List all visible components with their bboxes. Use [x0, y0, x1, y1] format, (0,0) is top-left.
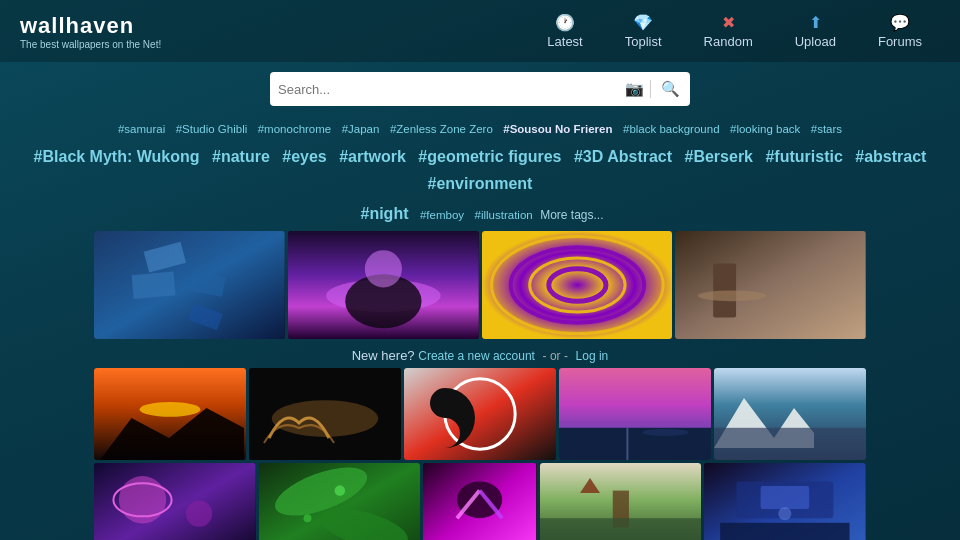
thumb-moon-mushroom[interactable]: [94, 463, 256, 540]
logo[interactable]: wallhaven: [20, 13, 161, 39]
tag-ghibli[interactable]: #Studio Ghibli: [176, 123, 248, 135]
tags-area: #samurai #Studio Ghibli #monochrome #Jap…: [0, 112, 960, 231]
tag-3dabstract[interactable]: #3D Abstract: [574, 148, 672, 165]
thumb-cyber-room[interactable]: [704, 463, 866, 540]
nav: 🕐 Latest 💎 Toplist ✖ Random ⬆ Upload 💬 F…: [529, 7, 940, 55]
thumb-mountain-lake-img: [714, 368, 866, 460]
svg-point-39: [303, 514, 311, 522]
tag-zenless[interactable]: #Zenless Zone Zero: [390, 123, 493, 135]
svg-point-27: [643, 428, 689, 435]
nav-label-toplist: Toplist: [625, 34, 662, 49]
thumb-forest-pagoda[interactable]: [540, 463, 702, 540]
thumb-pink-sunset-img: [559, 368, 711, 460]
thumb-blue-cubes[interactable]: [94, 231, 285, 339]
svg-point-18: [140, 402, 201, 417]
gem-icon: 💎: [633, 13, 653, 32]
thumb-pink-sunset[interactable]: [559, 368, 711, 460]
new-here-bar: New here? Create a new account - or - Lo…: [0, 342, 960, 368]
thumb-samurai-yin-img: [404, 368, 556, 460]
tag-illustration[interactable]: #illustration: [475, 209, 533, 221]
tag-geometric[interactable]: #geometric figures: [418, 148, 561, 165]
upload-icon: ⬆: [809, 13, 822, 32]
clock-icon: 🕐: [555, 13, 575, 32]
svg-rect-25: [559, 428, 711, 460]
or-separator: - or -: [543, 349, 568, 363]
svg-rect-50: [761, 486, 810, 509]
tags-row-large: #Black Myth: Wukong #nature #eyes #artwo…: [20, 143, 940, 197]
header: wallhaven The best wallpapers on the Net…: [0, 0, 960, 62]
tag-looking-back[interactable]: #looking back: [730, 123, 800, 135]
thumb-bear-dark[interactable]: [249, 368, 401, 460]
tag-black-myth[interactable]: #Black Myth: Wukong: [34, 148, 200, 165]
svg-rect-3: [132, 271, 176, 298]
gallery-row-3: [94, 463, 866, 540]
nav-item-upload[interactable]: ⬆ Upload: [777, 7, 854, 55]
search-wrapper: 📷 🔍: [270, 72, 690, 106]
thumb-moon-mushroom-img: [94, 463, 256, 540]
tag-artwork[interactable]: #artwork: [339, 148, 406, 165]
tag-black-bg[interactable]: #black background: [623, 123, 720, 135]
svg-rect-47: [540, 518, 702, 540]
gallery-bottom: [0, 368, 960, 540]
thumb-purple-mountain-img: [288, 231, 479, 339]
random-icon: ✖: [722, 13, 735, 32]
tag-abstract[interactable]: #abstract: [855, 148, 926, 165]
tag-japan[interactable]: #Japan: [342, 123, 380, 135]
thumb-optical[interactable]: [482, 231, 673, 339]
svg-point-8: [365, 250, 402, 287]
nav-item-latest[interactable]: 🕐 Latest: [529, 7, 600, 55]
new-here-label: New here?: [352, 348, 415, 363]
more-tags[interactable]: More tags...: [540, 208, 603, 222]
thumb-neon-girl[interactable]: [423, 463, 536, 540]
search-button[interactable]: 🔍: [651, 80, 690, 98]
search-input[interactable]: [270, 72, 619, 106]
thumb-sunset-rocks-img: [94, 368, 246, 460]
tag-samurai[interactable]: #samurai: [118, 123, 165, 135]
logo-area: wallhaven The best wallpapers on the Net…: [20, 13, 161, 50]
tag-futuristic[interactable]: #futuristic: [765, 148, 842, 165]
svg-point-52: [779, 507, 792, 520]
thumb-green-leaves[interactable]: [259, 463, 421, 540]
login-link[interactable]: Log in: [576, 349, 609, 363]
nav-label-latest: Latest: [547, 34, 582, 49]
svg-rect-30: [714, 428, 866, 460]
thumb-mountain-lake[interactable]: [714, 368, 866, 460]
tag-stars[interactable]: #stars: [811, 123, 842, 135]
tag-night[interactable]: #night: [361, 205, 409, 222]
thumb-samurai-yin[interactable]: [404, 368, 556, 460]
create-account-link[interactable]: Create a new account: [418, 349, 535, 363]
chat-icon: 💬: [890, 13, 910, 32]
thumb-optical-img: [482, 231, 673, 339]
gallery-top: [0, 231, 960, 339]
thumb-green-leaves-img: [259, 463, 421, 540]
thumb-neon-girl-img: [423, 463, 536, 540]
thumb-cyber-room-img: [704, 463, 866, 540]
nav-item-random[interactable]: ✖ Random: [686, 7, 771, 55]
nav-label-random: Random: [704, 34, 753, 49]
tags-row-small: #samurai #Studio Ghibli #monochrome #Jap…: [20, 114, 940, 141]
svg-rect-22: [404, 368, 556, 460]
thumb-woman-chair[interactable]: [675, 231, 866, 339]
camera-icon[interactable]: 📷: [619, 80, 651, 98]
tag-sousou[interactable]: #Sousou No Frieren: [503, 123, 612, 135]
search-area: 📷 🔍: [0, 62, 960, 112]
thumb-sunset-rocks[interactable]: [94, 368, 246, 460]
tag-nature[interactable]: #nature: [212, 148, 270, 165]
svg-point-34: [186, 500, 212, 526]
tags-row-3: #night #femboy #illustration More tags..…: [20, 200, 940, 227]
thumb-blue-cubes-img: [94, 231, 285, 339]
nav-item-toplist[interactable]: 💎 Toplist: [607, 7, 680, 55]
tag-femboy[interactable]: #femboy: [420, 209, 464, 221]
nav-label-forums: Forums: [878, 34, 922, 49]
gallery-row-2: [94, 368, 866, 460]
svg-point-16: [698, 290, 767, 301]
svg-point-38: [334, 485, 345, 496]
thumb-forest-pagoda-img: [540, 463, 702, 540]
nav-item-forums[interactable]: 💬 Forums: [860, 7, 940, 55]
tag-monochrome[interactable]: #monochrome: [258, 123, 332, 135]
thumb-purple-mountain[interactable]: [288, 231, 479, 339]
tag-berserk[interactable]: #Berserk: [685, 148, 754, 165]
tag-environment[interactable]: #environment: [428, 175, 533, 192]
svg-rect-15: [713, 263, 736, 317]
tag-eyes[interactable]: #eyes: [282, 148, 327, 165]
